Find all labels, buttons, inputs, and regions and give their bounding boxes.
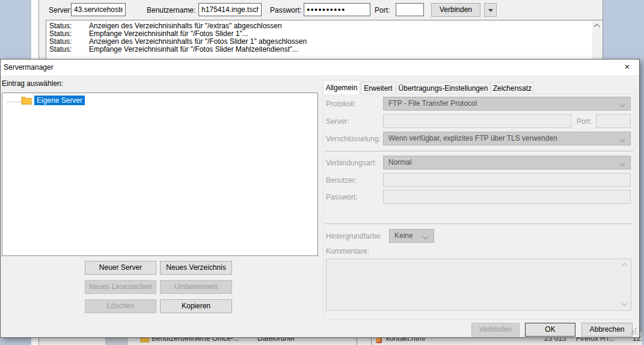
logontype-label: Verbindungsart: (326, 159, 376, 167)
quickconnect-dropdown-button[interactable] (484, 3, 497, 17)
tree-item-eigene-server[interactable]: Eigene Server (2, 95, 317, 106)
dialog-titlebar: Servermanager × (1, 60, 639, 75)
quickconnect-bar: Server: Benutzername: Passwort: Port: Ve… (39, 0, 603, 20)
tab-zeichensatz[interactable]: Zeichensatz (491, 82, 534, 94)
scroll-down-icon (622, 301, 628, 307)
chevron-down-icon (619, 102, 625, 108)
separator (325, 151, 633, 152)
protocol-value: FTP - File Transfer Protocol (388, 99, 477, 108)
log-row: Status: Empfange Verzeichnisinhalt für "… (46, 46, 603, 53)
logontype-combobox: Normal (383, 156, 631, 169)
connect-button: Verbinden (471, 323, 520, 337)
host-input (383, 114, 571, 128)
site-manager-dialog: Servermanager × Eintrag auswählen: Eigen… (0, 59, 640, 338)
comments-textarea (326, 258, 631, 311)
encryption-combobox: Wenn verfügbar, explizites FTP über TLS … (383, 132, 631, 145)
port-label: Port: (577, 117, 592, 126)
tab-allgemein[interactable]: Allgemein (323, 80, 360, 94)
scroll-up-icon[interactable] (594, 24, 600, 30)
password-input[interactable] (304, 3, 370, 16)
background-color-combobox: Keine (389, 229, 434, 243)
chevron-down-icon (423, 234, 429, 240)
rename-button: Umbenennen (160, 280, 232, 294)
log-status-label: Status: (49, 46, 72, 53)
server-label: Server: (49, 6, 72, 14)
tab-uebertragungs-einstellungen[interactable]: Übertragungs-Einstellungen (396, 82, 490, 94)
chevron-down-icon (619, 160, 625, 166)
close-icon[interactable]: × (618, 60, 637, 75)
comments-label: Kommentare: (326, 247, 369, 255)
logontype-value: Normal (388, 158, 412, 166)
site-tree: Eigene Server (2, 93, 318, 256)
copy-button[interactable]: Kopieren (160, 299, 232, 313)
server-input[interactable] (71, 3, 126, 16)
port-input (596, 114, 631, 128)
new-folder-button[interactable]: Neues Verzeichnis (160, 261, 232, 275)
select-entry-label: Eintrag auswählen: (2, 79, 63, 88)
background-color-value: Keine (394, 231, 413, 240)
tree-item-label[interactable]: Eigene Server (34, 96, 85, 105)
resize-grip[interactable] (630, 328, 637, 335)
tree-branch-line (7, 102, 20, 102)
password-label: Passwort: (270, 6, 302, 14)
folder-icon (21, 96, 32, 105)
log-message: Empfange Verzeichnisinhalt für "/Fotos S… (89, 46, 298, 53)
dropdown-arrow-icon (488, 9, 493, 12)
chevron-down-icon (619, 136, 625, 142)
port-label: Port: (375, 6, 390, 14)
username-label: Benutzername: (147, 6, 195, 14)
host-label: Server: (326, 117, 349, 126)
encryption-value: Wenn verfügbar, explizites FTP über TLS … (388, 134, 557, 142)
password-label: Passwort: (326, 193, 358, 201)
username-input[interactable] (198, 3, 262, 16)
tab-erweitert[interactable]: Erweitert (361, 82, 396, 94)
ok-button[interactable]: OK (525, 323, 575, 337)
protocol-combobox: FTP - File Transfer Protocol (383, 97, 631, 111)
background-color-label: Hintergrundfarbe: (326, 232, 382, 240)
scroll-up-icon (622, 263, 628, 269)
separator (325, 224, 633, 225)
port-input[interactable] (396, 3, 424, 16)
user-input (383, 173, 631, 187)
quickconnect-button[interactable]: Verbinden (431, 3, 480, 17)
new-server-button[interactable]: Neuer Server (85, 261, 156, 275)
delete-button: Löschen (85, 299, 156, 313)
protocol-label: Protokoll: (326, 100, 356, 108)
password-input (383, 190, 631, 204)
dialog-title: Servermanager (4, 63, 54, 72)
user-label: Benutzer: (326, 176, 357, 185)
encryption-label: Verschlüsselung: (326, 135, 381, 143)
firefox-file-icon (376, 337, 382, 343)
cancel-button[interactable]: Abbrechen (581, 323, 633, 337)
new-bookmark-button: Neues Lesezeichen (85, 280, 156, 294)
